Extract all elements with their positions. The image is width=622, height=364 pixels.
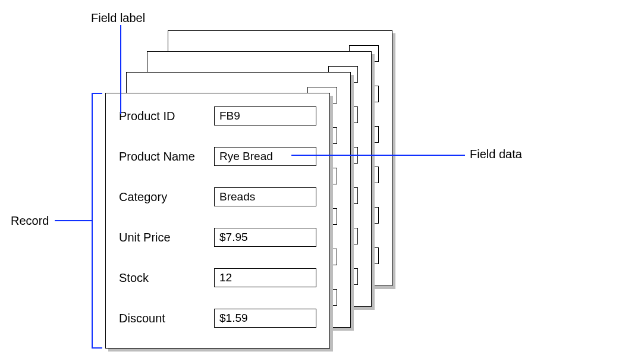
field-label: Product Name [119,150,214,164]
annotation-field-label: Field label [91,11,145,25]
field-label: Stock [119,271,214,285]
field-label: Product ID [119,109,214,123]
field-row: Unit Price $7.95 [119,228,316,247]
field-row: Category Breads [119,187,316,206]
field-value: FB9 [214,106,316,125]
callout-line [92,93,93,349]
field-value: 12 [214,268,316,287]
field-row: Stock 12 [119,268,316,287]
field-row: Discount $1.59 [119,309,316,328]
callout-line [92,347,102,349]
annotation-field-data: Field data [470,148,522,161]
field-value: $7.95 [214,228,316,247]
callout-line [120,25,121,114]
callout-line [55,220,92,221]
annotation-record: Record [11,214,49,228]
record-card-front: Product ID FB9 Product Name Rye Bread Ca… [105,93,330,349]
callout-line [291,155,465,156]
callout-line [92,93,102,94]
field-value: Rye Bread [214,147,316,166]
field-label: Unit Price [119,231,214,244]
field-row: Product ID FB9 [119,106,316,125]
field-value: $1.59 [214,309,316,328]
field-label: Discount [119,312,214,325]
field-label: Category [119,190,214,204]
field-row: Product Name Rye Bread [119,147,316,166]
field-value: Breads [214,187,316,206]
